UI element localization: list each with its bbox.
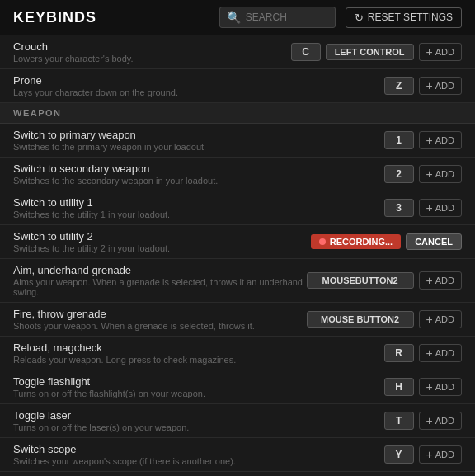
keybind-controls-switch-utility-1: 3 + ADD <box>384 199 462 217</box>
key-badge-c: C <box>291 43 321 61</box>
plus-icon: + <box>426 347 433 359</box>
keybind-controls-switch-scope: Y + ADD <box>384 445 462 464</box>
plus-icon: + <box>426 168 433 180</box>
add-label: ADD <box>435 416 454 426</box>
refresh-icon: ↻ <box>355 12 364 24</box>
keybind-row-toggle-laser: Toggle laser Turns on or off the laser(s… <box>0 404 475 438</box>
add-binding-switch-primary-button[interactable]: + ADD <box>419 131 462 149</box>
keybind-row-switch-utility-1: Switch to utility 1 Switches to the util… <box>0 191 475 225</box>
keybind-row-switch-secondary: Switch to secondary weapon Switches to t… <box>0 158 475 191</box>
keybind-desc-switch-primary: Switches to the primary weapon in your l… <box>13 142 384 152</box>
key-badge-3: 3 <box>384 199 414 217</box>
recording-badge: RECORDING... <box>311 234 401 249</box>
add-label: ADD <box>435 450 454 460</box>
key-badge-mousebutton2: MOUSEBUTTON2 <box>307 272 414 289</box>
recording-label: RECORDING... <box>330 237 393 247</box>
add-binding-reload-magcheck-button[interactable]: + ADD <box>419 344 462 362</box>
plus-icon: + <box>426 449 433 460</box>
key-badge-t: T <box>384 412 414 430</box>
keybind-controls-aim-underhand: MOUSEBUTTON2 + ADD <box>307 271 462 290</box>
keybind-name-aim-underhand: Aim, underhand grenade <box>13 264 307 276</box>
add-binding-toggle-flashlight-button[interactable]: + ADD <box>419 378 462 396</box>
plus-icon: + <box>426 202 433 214</box>
add-label: ADD <box>435 81 454 91</box>
keybind-controls-switch-primary: 1 + ADD <box>384 131 462 149</box>
plus-icon: + <box>426 381 433 393</box>
keybind-controls-prone: Z + ADD <box>384 77 462 95</box>
keybind-controls-reload-magcheck: R + ADD <box>384 344 462 362</box>
keybind-name-switch-secondary: Switch to secondary weapon <box>13 163 384 175</box>
keybind-controls-toggle-laser: T + ADD <box>384 412 462 430</box>
keybind-name-toggle-flashlight: Toggle flashlight <box>13 375 384 388</box>
keybind-name-prone: Prone <box>13 74 384 87</box>
keybind-desc-prone: Lays your character down on the ground. <box>13 87 384 97</box>
key-badge-leftcontrol: LEFT CONTROL <box>326 44 414 60</box>
keybind-name-switch-utility-1: Switch to utility 1 <box>13 196 384 209</box>
keybind-desc-fire-throw: Shoots your weapon. When a grenade is se… <box>13 321 307 331</box>
keybind-row-toggle-flashlight: Toggle flashlight Turns on or off the fl… <box>0 370 475 404</box>
key-badge-r: R <box>384 344 414 362</box>
keybind-row-aim-underhand: Aim, underhand grenade Aims your weapon.… <box>0 259 475 303</box>
app-header: KEYBINDS 🔍 ↻ RESET SETTINGS <box>0 0 475 35</box>
keybind-controls-switch-secondary: 2 + ADD <box>384 165 462 183</box>
keybind-name-crouch: Crouch <box>13 40 291 53</box>
keybind-desc-switch-secondary: Switches to the secondary weapon in your… <box>13 176 384 186</box>
add-binding-prone-button[interactable]: + ADD <box>419 77 462 95</box>
reset-label: RESET SETTINGS <box>368 12 453 23</box>
add-label: ADD <box>435 135 454 145</box>
keybind-row-reload-magcheck: Reload, magcheck Reloads your weapon. Lo… <box>0 337 475 370</box>
add-binding-switch-utility-1-button[interactable]: + ADD <box>419 199 462 217</box>
keybind-name-switch-utility-2: Switch to utility 2 <box>13 230 311 243</box>
key-badge-1: 1 <box>384 131 414 149</box>
weapon-section-header: WEAPON <box>0 103 475 124</box>
keybind-row-crouch: Crouch Lowers your character's body. C L… <box>0 35 475 69</box>
key-badge-2: 2 <box>384 165 414 183</box>
key-badge-h: H <box>384 378 414 396</box>
add-binding-crouch-button[interactable]: + ADD <box>419 43 462 61</box>
cancel-recording-button[interactable]: CANCEL <box>406 233 462 250</box>
add-label: ADD <box>435 314 454 324</box>
keybind-controls-fire-throw: MOUSE BUTTON2 + ADD <box>307 310 462 328</box>
keybind-desc-toggle-flashlight: Turns on or off the flashlight(s) on you… <box>13 389 384 398</box>
add-label: ADD <box>435 382 454 392</box>
add-binding-aim-underhand-button[interactable]: + ADD <box>419 271 462 290</box>
keybind-controls-crouch: C LEFT CONTROL + ADD <box>291 43 462 61</box>
plus-icon: + <box>426 415 433 427</box>
keybind-controls-toggle-flashlight: H + ADD <box>384 378 462 396</box>
keybind-desc-aim-underhand: Aims your weapon. When a grenade is sele… <box>13 277 307 297</box>
add-label: ADD <box>435 169 454 179</box>
plus-icon: + <box>426 46 433 58</box>
search-box[interactable]: 🔍 <box>219 7 336 28</box>
keybind-desc-crouch: Lowers your character's body. <box>13 54 291 64</box>
keybind-desc-switch-scope: Switches your weapon's scope (if there i… <box>13 456 384 466</box>
recording-dot-icon <box>319 238 326 245</box>
key-badge-y: Y <box>384 445 414 464</box>
search-icon: 🔍 <box>227 11 241 24</box>
add-label: ADD <box>435 203 454 213</box>
keybind-name-toggle-laser: Toggle laser <box>13 409 384 422</box>
app-title: KEYBINDS <box>13 9 96 26</box>
add-label: ADD <box>435 348 454 358</box>
keybinds-app: KEYBINDS 🔍 ↻ RESET SETTINGS Crouch Lower… <box>0 0 475 472</box>
header-controls: 🔍 ↻ RESET SETTINGS <box>219 7 462 28</box>
keybind-desc-switch-utility-1: Switches to the utility 1 in your loadou… <box>13 210 384 219</box>
plus-icon: + <box>426 313 433 325</box>
search-input[interactable] <box>246 12 328 23</box>
add-binding-switch-scope-button[interactable]: + ADD <box>419 445 462 464</box>
add-binding-toggle-laser-button[interactable]: + ADD <box>419 412 462 430</box>
key-badge-mousebutton2-fire: MOUSE BUTTON2 <box>307 311 414 328</box>
keybind-controls-switch-utility-2: RECORDING... CANCEL <box>311 233 462 250</box>
plus-icon: + <box>426 275 433 286</box>
keybind-row-fire-throw: Fire, throw grenade Shoots your weapon. … <box>0 303 475 337</box>
add-binding-switch-secondary-button[interactable]: + ADD <box>419 165 462 183</box>
cancel-label: CANCEL <box>415 237 453 247</box>
plus-icon: + <box>426 80 433 92</box>
keybind-name-switch-scope: Switch scope <box>13 443 384 455</box>
add-binding-fire-throw-button[interactable]: + ADD <box>419 310 462 328</box>
add-label: ADD <box>435 276 454 285</box>
keybind-row-switch-primary: Switch to primary weapon Switches to the… <box>0 124 475 158</box>
add-label: ADD <box>435 47 454 57</box>
reset-settings-button[interactable]: ↻ RESET SETTINGS <box>346 7 462 28</box>
plus-icon: + <box>426 134 433 146</box>
keybind-name-fire-throw: Fire, throw grenade <box>13 308 307 320</box>
